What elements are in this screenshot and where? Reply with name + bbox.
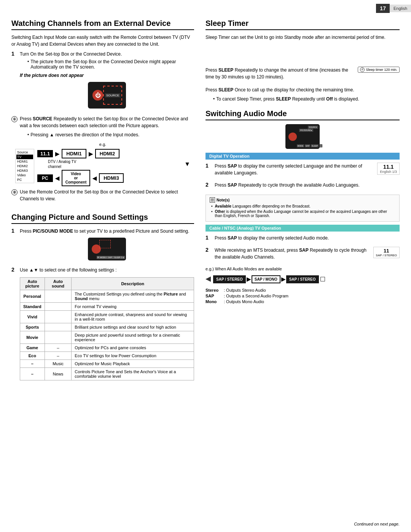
row-music-desc: Optimized for Music Playback: [72, 360, 194, 368]
power-icon: ⏻: [95, 92, 100, 98]
right-remote-power: [288, 133, 297, 141]
remote-image-container: ⏻ SOURCE: [20, 82, 194, 109]
table-row: Movie Deep picture and powerful sound se…: [20, 331, 194, 344]
source-item-source: Source: [16, 150, 33, 155]
row-eco-pic: Eco: [20, 352, 45, 360]
source-item-hdmi2: HDMI2: [16, 164, 33, 168]
if-picture-label: If the picture does not appear: [20, 73, 194, 78]
channel-badge: 11.1 English 1/3: [377, 163, 400, 175]
remote2-dashed: [99, 240, 111, 248]
page-badge: 17 English: [376, 4, 411, 13]
table-row: – News Controls Picture Tone and Sets th…: [20, 368, 194, 380]
remote2-icon: ⊟: [122, 256, 125, 259]
circled2-text: Use the Remote Control for the Set-top B…: [20, 189, 194, 202]
step-1-num: 1: [11, 51, 18, 112]
switching-audio-section: Switching Audio Mode SOURCE PIC/SOUND● M…: [206, 109, 400, 304]
audio-sap-stereo-1: SAP / STEREO: [213, 275, 246, 283]
page-number: 17: [376, 4, 390, 13]
channel-diagram: Source TV HDMI1 HDMI2 HDMI3 Video PC 11.…: [15, 149, 194, 186]
audio-step-3: 1 Press SAP to display the currently sel…: [206, 235, 400, 244]
audio-step-1: 1 Press SAP to display the currently sel…: [206, 163, 400, 179]
row-game-desc: Optimized for PCs and game consoles: [72, 344, 194, 352]
audio-arrow-2: ▶: [281, 276, 285, 282]
table-row: Standard For normal TV viewing: [20, 303, 194, 311]
circle-1: ①: [11, 116, 18, 122]
hdmi3-box: HDMI3: [99, 173, 123, 183]
audio-step-1-text: Press SAP to display the currently selec…: [215, 163, 372, 176]
note-bullet-1: • Available Languages differ depending o…: [211, 204, 395, 208]
channel-sub: English 1/3: [380, 170, 397, 174]
remote-source-box: SOURCE: [103, 86, 122, 105]
remote2-sap: SAP: [107, 256, 113, 259]
row-vivid-desc: Enhanced picture contrast, sharpness and…: [72, 311, 194, 323]
source-item-tv: TV: [16, 155, 33, 159]
video-component-box: VideoorComponent: [62, 170, 91, 186]
sleep-timer-section: Sleep Timer Sleep Timer can set the Unit…: [206, 19, 400, 102]
pic-step-2-num: 2: [11, 267, 18, 380]
continued-text: Continued on next page.: [354, 522, 400, 526]
audio-label-row: Stereo : Outputs Stereo Audio SAP : Outp…: [206, 288, 400, 304]
pc-box: PC: [37, 174, 53, 182]
audio-step-4: 2 While receiving an MTS broadcast, pres…: [206, 247, 400, 264]
row-news-sound: News: [45, 368, 72, 380]
mono-key: Mono: [206, 299, 221, 304]
pic-step-1-num: 1: [11, 228, 18, 264]
remote-mode: MODE: [297, 144, 304, 147]
right-remote-image: SOURCE PIC/SOUND● MODE SAP SLEEP ⊟: [285, 124, 320, 149]
source-item-video: Video: [16, 173, 33, 177]
stereo-desc: : Outputs Stereo Audio: [224, 288, 266, 292]
table-row: Eco – Eco TV settings for low Power Cons…: [20, 352, 194, 360]
sleep-badge-text: Sleep timer 120 min.: [366, 68, 397, 72]
row-movie-pic: Movie: [20, 331, 45, 344]
audio-step-2-text: Press SAP Repeatedly to cycle through th…: [215, 182, 360, 189]
arrow-left-1: ◀: [55, 175, 59, 181]
arrow-right-2: ▶: [89, 151, 93, 157]
table-row: – Music Optimized for Music Playback: [20, 360, 194, 368]
stereo-label-row: Stereo : Outputs Stereo Audio: [206, 288, 400, 292]
row-movie-sound: [45, 331, 72, 344]
circled-step-1: ① Press SOURCE Repeatedly to select the …: [11, 115, 194, 139]
sap-label-row: SAP : Outputs a Second Audio Program: [206, 294, 400, 298]
eg-label: e.g.: [11, 142, 194, 147]
row-sports-pic: Sports: [20, 323, 45, 331]
channel-num: 11.1: [380, 164, 397, 170]
step-1: 1 Turn On the Set-top Box or the Connect…: [11, 51, 194, 112]
audio-sap-stereo-2: SAP / STEREO: [286, 275, 319, 283]
sleep-icon: ↺: [360, 67, 365, 72]
audio-arrow-1: ▶: [247, 276, 251, 282]
col-auto-sound: Auto sound: [45, 278, 72, 290]
table-row: Vivid Enhanced picture contrast, sharpne…: [20, 311, 194, 323]
row-game-sound: –: [45, 344, 72, 352]
hdmi1-box: HDMI1: [62, 149, 86, 158]
remote-source-label: SOURCE: [105, 93, 120, 97]
page-language: English: [390, 5, 411, 12]
pic-step-1: 1 Press PIC/SOUND MODE to set your TV to…: [11, 228, 194, 264]
watching-channels-intro: Switching Each Input Mode can easily swi…: [11, 34, 194, 48]
sap-channel-num: 11: [376, 248, 397, 254]
audio-step-1-num: 1: [206, 163, 212, 179]
sleep-bullet1: To cancel Sleep Timer, press SLEEP Repea…: [213, 96, 400, 102]
audio-step-4-text: While receiving an MTS broadcast, press …: [215, 247, 368, 260]
changing-picture-title: Changing Picture and Sound Settings: [11, 213, 194, 224]
eg-audio-label: e.g.) When All Audio Modes are available: [206, 266, 400, 272]
flow-row-bottom: PC ◀ VideoorComponent ◀ HDMI3: [37, 170, 194, 186]
col-auto-picture: Autopicture: [20, 278, 45, 290]
remote-sleep-lbl: SLEEP: [311, 144, 319, 147]
settings-table: Autopicture Auto sound Description Perso…: [20, 277, 194, 380]
table-row: Personal The Customized Settings you def…: [20, 290, 194, 303]
table-row: Sports Brilliant picture settings and cl…: [20, 323, 194, 331]
row-news-pic: –: [20, 368, 45, 380]
row-movie-desc: Deep picture and powerful sound settings…: [72, 331, 194, 344]
row-news-desc: Controls Picture Tone and Sets the Ancho…: [72, 368, 194, 380]
audio-step-2-num: 2: [206, 182, 212, 192]
remote-image-1: ⏻ SOURCE: [88, 82, 126, 109]
channel-num: 11.1: [37, 150, 53, 157]
right-remote-container: SOURCE PIC/SOUND● MODE SAP SLEEP ⊟: [206, 124, 400, 149]
sleep-press1: Press SLEEP Repeatedly to change the amo…: [206, 67, 354, 80]
remote-size-lbl: ⊟: [319, 144, 322, 147]
digital-tv-bar: Digital TV Operation: [206, 153, 400, 160]
row-vivid-sound: [45, 311, 72, 323]
remote2-container: PIC/SOUND PICTURE SIZE MODE SAP SLEEP ⊟: [20, 238, 194, 260]
row-personal-desc: The Customized Settings you defined usin…: [72, 290, 194, 303]
sap-badge: 11 SAP / STEREO: [373, 247, 400, 258]
